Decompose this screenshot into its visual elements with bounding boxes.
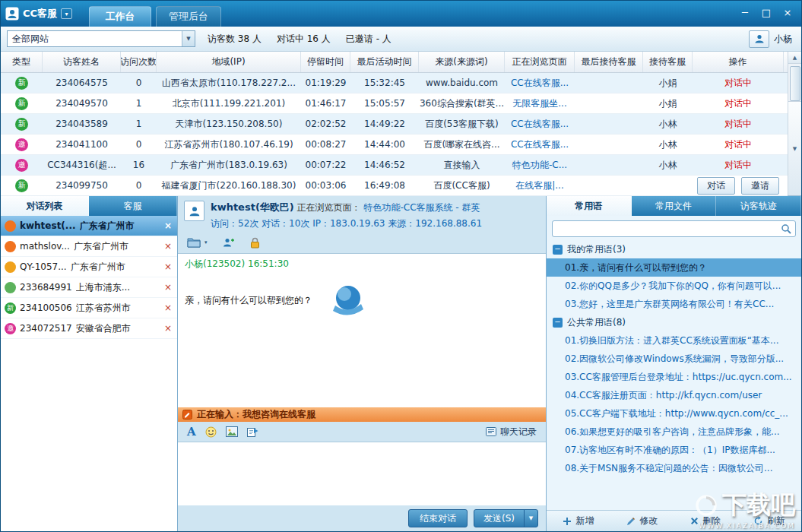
type-cell: 邀 (1, 155, 43, 175)
close-conversation-button[interactable]: × (163, 261, 173, 272)
minimize-button[interactable]: ─ (734, 4, 756, 21)
add-contact-icon[interactable] (223, 237, 235, 248)
phrase-item[interactable]: 03.您好，这里是广东群英网络有限公司！有关CC... (547, 295, 801, 313)
font-icon[interactable]: A (187, 425, 196, 439)
conversation-status-icon (5, 282, 16, 293)
header-cell[interactable]: 接待客服 (643, 52, 693, 72)
close-conversation-button[interactable]: × (163, 323, 173, 334)
header-cell[interactable]: 操作 (693, 52, 784, 72)
scroll-down-icon[interactable]: ▼ (788, 101, 801, 195)
phrase-item[interactable]: 02.你的QQ是多少？我加下你的QQ，你有问题可以... (547, 277, 801, 295)
conversation-item[interactable]: mathslov... 广东省广州市 × (1, 236, 177, 257)
close-conversation-button[interactable]: × (163, 241, 173, 252)
phrase-item[interactable]: 07.访客地区有时不准确的原因：（1）IP数据库都... (547, 441, 801, 459)
header-cell[interactable]: 地域(IP) (157, 52, 301, 72)
combobox-arrow-icon[interactable]: ▼ (182, 31, 195, 46)
message-input[interactable] (178, 442, 546, 505)
send-button[interactable]: 发送(S) ▼ (474, 509, 538, 527)
phrase-item[interactable]: 08.关于MSN服务不稳定问题的公告：因微软公司... (547, 459, 801, 477)
format-toolbar: A 聊天记录 (178, 422, 546, 442)
folder-icon[interactable] (187, 237, 201, 248)
collapse-icon[interactable]: − (553, 245, 563, 255)
close-conversation-button[interactable]: × (163, 282, 173, 293)
conversation-item[interactable]: 233684991 上海市浦东... × (1, 277, 177, 298)
nav-tab[interactable]: 工作台 (89, 6, 151, 27)
site-filter-combobox[interactable]: 全部网站 ▼ (7, 30, 195, 47)
send-button-label[interactable]: 发送(S) (474, 510, 524, 527)
end-chat-button[interactable]: 结束对话 (408, 509, 468, 527)
left-tab[interactable]: 客服 (89, 196, 177, 216)
table-row[interactable]: 邀 CC344316(超... 16 广东省广州市(183.0.19.63) 0… (1, 155, 788, 176)
chat-action-button[interactable]: 对话 (697, 177, 735, 195)
visit-count-cell: 1 (121, 93, 157, 113)
send-file-icon[interactable] (247, 426, 258, 437)
emoticon-icon[interactable] (205, 426, 217, 438)
agent-cell: 小林 (643, 135, 693, 154)
table-row[interactable]: 新 234049570 1 北京市(111.199.221.201) 01:46… (1, 93, 788, 114)
phrase-item[interactable]: 01.切换旧版方法：进入群英CC系统设置面板“基本... (547, 331, 801, 350)
close-conversation-button[interactable]: × (163, 220, 173, 231)
close-button[interactable]: × (777, 4, 798, 21)
nav-tab[interactable]: 管理后台 (156, 6, 221, 27)
header-cell[interactable]: 停留时间 (301, 52, 350, 72)
browsing-label: 正在浏览页面： (297, 202, 361, 213)
phrase-group-header[interactable]: − 公共常用语(8) (547, 313, 801, 331)
conversation-item[interactable]: QY-1057... 广东省广州市 × (1, 257, 177, 277)
phrase-item[interactable]: 01.亲，请问有什么可以帮到您的？ (547, 258, 801, 277)
delete-phrase-button[interactable]: 删除 (690, 515, 721, 527)
maximize-button[interactable]: □ (756, 4, 777, 21)
right-tab[interactable]: 访客轨迹 (716, 196, 801, 216)
scroll-up-icon[interactable]: ▲ (788, 52, 801, 64)
edit-icon (626, 517, 636, 526)
header-cell[interactable]: 正在浏览页面 (505, 52, 575, 72)
table-scrollbar[interactable]: ▲ ▼ (788, 52, 801, 195)
conversation-list: kwhtest(... 广东省广州市 × mathslov... 广东省广州市 … (1, 216, 177, 339)
chat-log: 小杨(123502) 16:51:30 亲，请问有什么可以帮到您的？ (178, 253, 546, 407)
close-conversation-button[interactable]: × (163, 302, 173, 313)
header-cell[interactable]: 最后接待客服 (575, 52, 643, 72)
phrase-group-header[interactable]: − 我的常用语(3) (547, 240, 801, 258)
right-tab[interactable]: 常用文件 (632, 196, 717, 216)
edit-phrase-button[interactable]: 修改 (626, 515, 658, 527)
scroll-thumb[interactable] (790, 66, 800, 101)
visitor-table: 类型 访客姓名 访问次数 地域(IP) 停留时间 最后活动时间 来源(来源词) … (1, 52, 801, 196)
title-bar: CC客服 ▾ 工作台 管理后台 ─ □ × (1, 1, 801, 27)
left-tab[interactable]: 对话列表 (1, 196, 89, 216)
header-cell[interactable]: 最后活动时间 (350, 52, 419, 72)
send-dropdown-icon[interactable]: ▼ (524, 510, 537, 527)
phrase-item[interactable]: 06.如果想更好的吸引客户咨询，注意品牌形象，能... (547, 423, 801, 441)
conversation-item[interactable]: 邀 234072517 安徽省合肥市 × (1, 318, 177, 339)
search-icon[interactable] (781, 223, 791, 234)
table-row[interactable]: 邀 234041100 0 江苏省苏州市(180.107.46.19) 00:0… (1, 135, 788, 155)
agent-cell: 小娟 (643, 93, 693, 113)
phrase-item[interactable]: 02.因微软公司修改Windows系统漏洞，导致部分版... (547, 350, 801, 368)
add-phrase-button[interactable]: 新增 (563, 515, 594, 527)
table-row[interactable]: 新 234099750 0 福建省厦门市(220.160.188.30) 00:… (1, 176, 788, 196)
visitor-table-main: 类型 访客姓名 访问次数 地域(IP) 停留时间 最后活动时间 来源(来源词) … (1, 52, 788, 195)
conversation-item[interactable]: 新 234100506 江苏省苏州市 × (1, 298, 177, 318)
conversation-status-icon (5, 261, 16, 273)
lock-icon[interactable] (250, 237, 260, 249)
source-cell: 直接输入 (419, 155, 505, 175)
invite-action-button[interactable]: 邀请 (741, 177, 779, 195)
phrase-item[interactable]: 05.CC客户端下载地址：http://www.qycn.com/cc_... (547, 404, 801, 423)
phrase-item[interactable]: 04.CC客服注册页面：http://kf.qycn.com/user (547, 386, 801, 404)
phrase-search-input[interactable] (556, 223, 781, 234)
table-row[interactable]: 新 234043589 1 天津市(123.150.208.50) 02:02:… (1, 114, 788, 135)
header-cell[interactable]: 访问次数 (121, 52, 157, 72)
browsing-page-link[interactable]: 特色功能-CC客服系统 - 群英 (363, 202, 480, 213)
app-menu-toggle[interactable]: ▾ (61, 8, 72, 19)
image-icon[interactable] (226, 426, 238, 437)
table-row[interactable]: 新 234064575 0 山西省太原市(110.178.227.2... 01… (1, 73, 788, 93)
header-cell[interactable]: 访客姓名 (43, 52, 121, 72)
header-cell[interactable]: 来源(来源词) (419, 52, 505, 72)
current-user-button[interactable] (749, 30, 769, 48)
collapse-icon[interactable]: − (553, 318, 563, 328)
refresh-phrases-button[interactable]: 刷新 (753, 515, 785, 527)
header-cell[interactable]: 类型 (1, 52, 43, 72)
phrase-item[interactable]: 03.CC客服管理后台登录地址：https://uc.qycn.com... (547, 368, 801, 386)
chat-history-button[interactable]: 聊天记录 (486, 426, 537, 439)
right-tab[interactable]: 常用语 (547, 196, 632, 216)
conversation-item[interactable]: kwhtest(... 广东省广州市 × (1, 216, 177, 236)
folder-dropdown-icon[interactable]: ▾ (204, 239, 208, 245)
